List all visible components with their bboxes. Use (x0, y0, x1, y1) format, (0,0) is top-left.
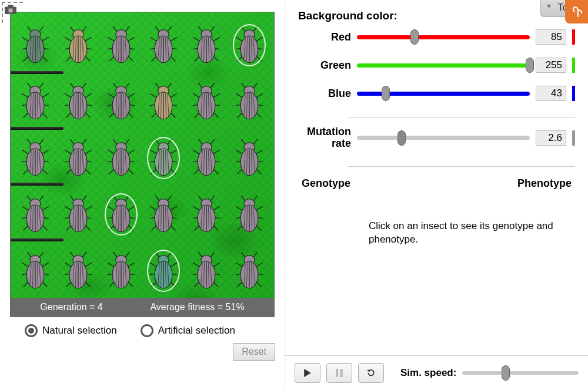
svg-line-319 (156, 196, 160, 201)
insect[interactable] (185, 131, 228, 185)
svg-line-311 (126, 224, 133, 230)
svg-line-232 (171, 150, 177, 154)
insect[interactable] (57, 131, 100, 185)
svg-point-313 (112, 205, 130, 232)
svg-line-367 (42, 263, 49, 267)
insect[interactable] (99, 187, 142, 241)
insect[interactable] (99, 18, 142, 72)
svg-line-420 (158, 264, 159, 286)
slider-thumb[interactable] (526, 58, 534, 73)
green-slider[interactable] (357, 63, 530, 68)
insect[interactable] (185, 75, 228, 129)
svg-line-86 (255, 55, 261, 61)
slider-thumb[interactable] (410, 29, 419, 45)
svg-line-441 (236, 263, 242, 267)
mutation-slider[interactable] (357, 136, 530, 140)
svg-line-259 (241, 139, 245, 144)
speed-slider[interactable] (462, 371, 579, 375)
reset-button[interactable]: Reset (233, 343, 275, 361)
svg-line-244 (198, 139, 202, 144)
svg-line-50 (168, 26, 172, 32)
svg-line-306 (108, 206, 114, 210)
svg-line-5 (39, 26, 44, 32)
insect[interactable] (142, 18, 185, 72)
insect[interactable] (228, 18, 270, 72)
insect[interactable] (142, 244, 185, 298)
svg-line-411 (150, 263, 156, 267)
svg-line-157 (213, 93, 219, 98)
slider-thumb[interactable] (502, 365, 510, 381)
svg-line-94 (28, 83, 32, 88)
radio-icon (141, 324, 153, 337)
artificial-selection-radio[interactable]: Artificial selection (141, 324, 235, 337)
slider-end-mark (572, 130, 575, 146)
svg-line-262 (256, 150, 262, 154)
screenshot-button[interactable] (2, 2, 23, 23)
insect[interactable] (14, 18, 57, 72)
insect[interactable] (14, 244, 57, 298)
red-value[interactable]: 85 (536, 29, 566, 45)
restart-button[interactable] (358, 363, 384, 383)
svg-line-124 (113, 83, 117, 88)
simulation-canvas: Generation = 4 Average fitness = 51% (10, 12, 275, 317)
insect[interactable] (142, 131, 185, 185)
svg-line-109 (70, 83, 74, 88)
svg-line-83 (236, 48, 242, 49)
play-button[interactable] (295, 363, 320, 383)
insect[interactable] (99, 131, 142, 185)
insect[interactable] (57, 75, 100, 129)
insect[interactable] (14, 75, 57, 129)
insect[interactable] (57, 18, 100, 72)
insect[interactable] (228, 75, 270, 129)
blue-label: Blue (298, 88, 351, 100)
red-slider[interactable] (357, 35, 530, 39)
slider-thumb[interactable] (382, 86, 390, 101)
radio-icon (25, 324, 38, 337)
svg-point-3 (9, 9, 12, 12)
svg-line-65 (211, 26, 215, 32)
svg-line-35 (125, 26, 129, 32)
insect[interactable] (14, 131, 57, 185)
insect[interactable] (228, 187, 270, 241)
insect[interactable] (14, 187, 57, 241)
mutation-value[interactable]: 2.6 (536, 130, 566, 146)
svg-line-305 (125, 196, 129, 201)
svg-line-260 (253, 139, 258, 144)
svg-line-216 (108, 150, 114, 154)
insect[interactable] (185, 18, 228, 72)
svg-line-91 (253, 39, 255, 60)
svg-line-141 (150, 93, 156, 98)
svg-line-126 (108, 93, 114, 98)
svg-line-67 (213, 37, 219, 41)
natural-selection-radio[interactable]: Natural selection (25, 324, 117, 337)
insect[interactable] (57, 244, 100, 298)
svg-line-81 (236, 37, 242, 41)
blue-value[interactable]: 43 (536, 86, 566, 101)
svg-line-155 (211, 83, 215, 88)
insect[interactable] (99, 75, 142, 129)
pause-button[interactable] (326, 363, 352, 383)
svg-line-289 (70, 196, 74, 201)
mutation-label: Mutation rate (298, 126, 351, 150)
insect[interactable] (57, 187, 100, 241)
insect[interactable] (142, 187, 185, 241)
slider-thumb[interactable] (397, 130, 406, 146)
svg-line-154 (198, 83, 202, 88)
svg-line-421 (168, 264, 169, 286)
svg-rect-455 (340, 369, 343, 377)
fitness-label: Average fitness = 51% (150, 302, 244, 312)
svg-line-243 (166, 150, 166, 174)
insect[interactable] (185, 187, 228, 241)
blue-slider[interactable] (357, 92, 530, 96)
speed-label: Sim. speed: (400, 367, 456, 379)
insect[interactable] (185, 244, 228, 298)
insect[interactable] (99, 244, 142, 298)
svg-line-185 (39, 139, 44, 144)
insect[interactable] (142, 75, 185, 129)
insect[interactable] (228, 244, 270, 298)
svg-line-20 (82, 26, 86, 32)
svg-line-172 (256, 93, 262, 98)
genotype-heading: Genotype (302, 177, 350, 190)
insect[interactable] (228, 131, 270, 185)
green-value[interactable]: 255 (536, 58, 566, 73)
